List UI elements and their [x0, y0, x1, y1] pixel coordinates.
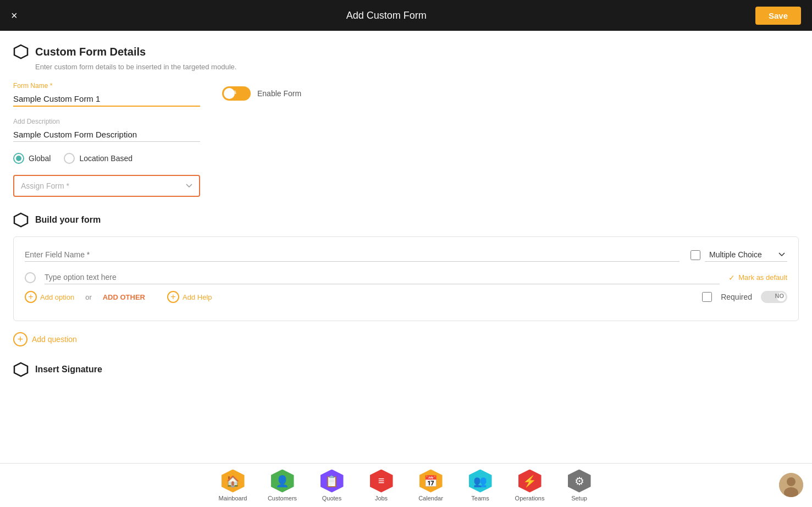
toggle-yes-label: Yes — [226, 89, 236, 95]
required-toggle[interactable]: NO — [761, 291, 787, 303]
scope-radio-group: Global Location Based — [13, 153, 799, 164]
jobs-icon: ≡ — [370, 470, 393, 493]
field-definition-row: Multiple Choice Short Answer Long Answer… — [25, 248, 787, 262]
radio-global[interactable]: Global — [13, 153, 51, 164]
form-name-label: Form Name * — [13, 82, 200, 90]
required-no-label: NO — [775, 293, 785, 299]
add-help-circle: + — [167, 291, 179, 303]
add-option-label: Add option — [40, 293, 74, 301]
mainboard-label: Mainboard — [219, 495, 247, 502]
quotes-icon: 📋 — [321, 470, 344, 493]
form-builder-card: Multiple Choice Short Answer Long Answer… — [13, 236, 799, 321]
add-option-button[interactable]: + Add option — [25, 291, 74, 303]
nav-setup[interactable]: ⚙ Setup — [555, 465, 604, 506]
calendar-icon: 📅 — [419, 470, 443, 493]
radio-location-circle — [64, 153, 75, 164]
nav-calendar[interactable]: 📅 Calendar — [406, 465, 456, 506]
bottom-navigation: 🏠 Mainboard 👤 Customers 📋 Quotes ≡ Jobs … — [0, 463, 812, 507]
calendar-label: Calendar — [418, 495, 443, 502]
setup-label: Setup — [571, 495, 587, 502]
add-other-label[interactable]: ADD OTHER — [103, 293, 145, 301]
build-form-header: Build your form — [13, 212, 799, 228]
field-name-input[interactable] — [25, 248, 680, 262]
mark-default-label: Mark as default — [738, 273, 787, 282]
mainboard-icon: 🏠 — [222, 470, 245, 493]
close-button[interactable]: × — [11, 9, 18, 22]
form-name-row: Form Name * Yes Enable Form — [13, 82, 799, 107]
save-button[interactable]: Save — [755, 7, 801, 25]
required-row: Required NO — [702, 291, 787, 303]
section-title-details: Custom Form Details — [35, 46, 146, 58]
radio-location[interactable]: Location Based — [64, 153, 132, 164]
assign-form-select[interactable]: Assign Form * — [13, 175, 200, 197]
setup-icon: ⚙ — [568, 470, 591, 493]
insert-signature-title: Insert Signature — [35, 365, 102, 374]
nav-quotes[interactable]: 📋 Quotes — [307, 465, 357, 506]
add-question-row[interactable]: + Add question — [13, 332, 799, 346]
description-label: Add Description — [13, 118, 799, 125]
teams-icon: 👥 — [469, 470, 492, 493]
form-name-group: Form Name * — [13, 82, 200, 107]
form-name-input[interactable] — [13, 92, 200, 107]
checkmark-icon: ✓ — [728, 273, 735, 282]
svg-marker-2 — [14, 363, 27, 376]
radio-location-label: Location Based — [79, 154, 132, 163]
required-label: Required — [721, 293, 752, 301]
nav-teams[interactable]: 👥 Teams — [456, 465, 505, 506]
enable-form-group: Yes Enable Form — [222, 86, 301, 101]
field-type-select[interactable]: Multiple Choice Short Answer Long Answer… — [705, 248, 787, 262]
build-form-title: Build your form — [35, 215, 101, 225]
add-option-circle: + — [25, 291, 37, 303]
insert-sig-hex-icon — [13, 362, 29, 377]
user-avatar[interactable] — [779, 473, 803, 497]
operations-icon: ⚡ — [518, 470, 542, 493]
add-question-label: Add question — [32, 335, 77, 344]
add-question-circle: + — [13, 332, 27, 346]
quotes-label: Quotes — [322, 495, 341, 502]
enable-form-label: Enable Form — [257, 89, 301, 98]
nav-operations[interactable]: ⚡ Operations — [505, 465, 555, 506]
build-form-hex-icon — [13, 212, 29, 228]
main-content: Custom Form Details Enter custom form de… — [0, 31, 812, 463]
description-input[interactable] — [13, 128, 200, 142]
enable-form-toggle[interactable]: Yes — [222, 86, 251, 101]
customers-label: Customers — [268, 495, 297, 502]
required-slider: NO — [761, 291, 787, 303]
radio-global-label: Global — [29, 154, 51, 163]
avatar-image — [779, 473, 803, 497]
nav-jobs[interactable]: ≡ Jobs — [357, 465, 406, 506]
svg-point-4 — [787, 477, 796, 486]
teams-label: Teams — [471, 495, 489, 502]
section-subtitle: Enter custom form details to be inserted… — [35, 63, 799, 71]
option-text-input[interactable] — [45, 271, 720, 284]
jobs-label: Jobs — [375, 495, 388, 502]
app-header: × Add Custom Form Save — [0, 0, 812, 31]
field-type-group: Multiple Choice Short Answer Long Answer… — [691, 248, 787, 262]
svg-marker-1 — [14, 213, 27, 227]
option-radio — [25, 272, 36, 283]
or-text: or — [85, 293, 92, 301]
customers-icon: 👤 — [271, 470, 294, 493]
description-group: Add Description — [13, 118, 799, 142]
svg-marker-0 — [14, 45, 27, 58]
add-option-row: + Add option or ADD OTHER + Add Help Req… — [25, 291, 787, 303]
nav-customers[interactable]: 👤 Customers — [258, 465, 307, 506]
radio-global-circle — [13, 153, 24, 164]
section-header-details: Custom Form Details — [13, 44, 799, 59]
add-help-label: Add Help — [183, 293, 212, 301]
hex-icon — [13, 44, 29, 59]
option-row: ✓ Mark as default — [25, 271, 787, 284]
operations-label: Operations — [515, 495, 545, 502]
field-type-checkbox[interactable] — [691, 250, 700, 260]
header-title: Add Custom Form — [346, 10, 427, 21]
nav-mainboard[interactable]: 🏠 Mainboard — [208, 465, 258, 506]
mark-default-group[interactable]: ✓ Mark as default — [728, 273, 787, 282]
add-help-button[interactable]: + Add Help — [167, 291, 212, 303]
required-checkbox[interactable] — [702, 292, 712, 302]
insert-signature-header: Insert Signature — [13, 362, 799, 377]
